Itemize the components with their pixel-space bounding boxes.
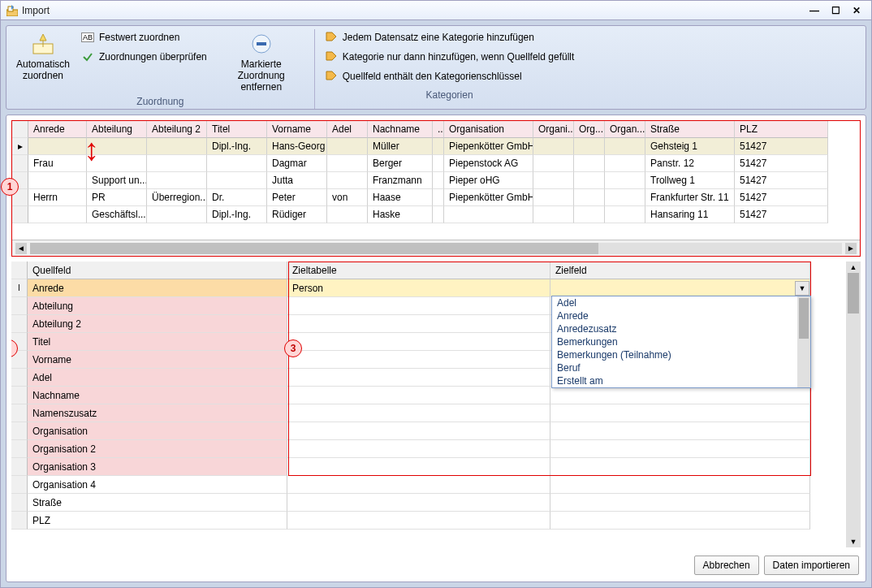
quellfeld-cell[interactable]: Abteilung — [28, 297, 287, 315]
cell[interactable] — [433, 155, 444, 172]
cell[interactable]: Hansaring 11 — [645, 206, 735, 223]
remove-assignment-button[interactable]: Markierte Zuordnung entfernen — [217, 29, 306, 94]
cell[interactable]: Dipl.-Ing. — [207, 138, 267, 155]
zielfeld-dropdown[interactable]: AdelAnredeAnredezusatzBemerkungenBemerku… — [551, 296, 811, 388]
cell[interactable]: Frau — [28, 155, 87, 172]
zieltabelle-cell[interactable] — [287, 351, 550, 369]
quellfeld-cell[interactable]: Namenszusatz — [28, 404, 287, 422]
quellfeld-cell[interactable]: Abteilung 2 — [28, 315, 287, 333]
cell[interactable] — [605, 206, 645, 223]
zielfeld-cell[interactable] — [550, 279, 810, 297]
cell[interactable] — [433, 172, 444, 189]
zielfeld-cell[interactable] — [550, 440, 810, 458]
cell[interactable] — [574, 206, 605, 223]
zieltabelle-cell[interactable] — [287, 494, 550, 512]
preview-row[interactable]: Support un...JuttaFranzmannPieper oHGTro… — [12, 172, 860, 189]
quellfeld-cell[interactable]: Organisation 3 — [28, 458, 287, 476]
col-zielfeld[interactable]: Zielfeld — [550, 262, 810, 279]
auto-assign-button[interactable]: Automatisch zuordnen — [15, 29, 71, 83]
zieltabelle-cell[interactable] — [287, 315, 550, 333]
cell[interactable]: Pieper oHG — [444, 172, 533, 189]
mapping-row[interactable]: Nachname — [11, 387, 846, 404]
kat-every-button[interactable]: Jedem Datensatz eine Kategorie hinzufüge… — [323, 29, 576, 45]
col-titel[interactable]: Titel — [207, 121, 267, 138]
cell[interactable] — [574, 138, 605, 155]
cell[interactable]: 51427 — [735, 172, 828, 189]
cell[interactable]: Piepenkötter GmbH — [444, 138, 533, 155]
dropdown-item[interactable]: Adel — [552, 296, 797, 309]
cell[interactable] — [574, 172, 605, 189]
quellfeld-cell[interactable]: Vorname — [28, 351, 287, 369]
zielfeld-cell[interactable] — [550, 404, 810, 422]
mapping-row[interactable]: Organisation — [11, 422, 846, 440]
cell[interactable]: Piepenstock AG — [444, 155, 533, 172]
dropdown-item[interactable]: Bemerkungen — [552, 335, 797, 348]
quellfeld-cell[interactable]: Anrede — [28, 279, 287, 297]
cell[interactable]: Überregion... — [147, 189, 207, 206]
cell[interactable] — [574, 155, 605, 172]
import-button[interactable]: Daten importieren — [764, 556, 859, 575]
cell[interactable] — [207, 155, 267, 172]
col-abteilung2[interactable]: Abteilung 2 — [147, 121, 207, 138]
cell[interactable] — [533, 155, 574, 172]
cell[interactable] — [327, 172, 368, 189]
preview-row[interactable]: FrauDagmarBergerPiepenstock AGPanstr. 12… — [12, 155, 860, 172]
col-dots[interactable]: ... — [433, 121, 444, 138]
quellfeld-cell[interactable]: PLZ — [28, 512, 287, 530]
cell[interactable] — [87, 138, 147, 155]
quellfeld-cell[interactable]: Adel — [28, 369, 287, 387]
mapping-row[interactable]: Organisation 2 — [11, 440, 846, 458]
quellfeld-cell[interactable]: Straße — [28, 494, 287, 512]
cell[interactable] — [533, 189, 574, 206]
check-assignments-button[interactable]: Zuordnungen überprüfen — [80, 49, 209, 65]
col-org2[interactable]: Organi... — [533, 121, 574, 138]
cell[interactable]: Panstr. 12 — [645, 155, 735, 172]
zielfeld-cell[interactable] — [550, 476, 810, 494]
preview-row[interactable]: Geschäftsl...Dipl.-Ing.RüdigerHaskeHansa… — [12, 206, 860, 223]
cell[interactable] — [433, 189, 444, 206]
zieltabelle-cell[interactable] — [287, 297, 550, 315]
cell[interactable]: Geschäftsl... — [87, 206, 147, 223]
col-quellfeld[interactable]: Quellfeld — [28, 262, 287, 279]
col-nachname[interactable]: Nachname — [368, 121, 433, 138]
cell[interactable] — [433, 138, 444, 155]
cell[interactable] — [207, 172, 267, 189]
preview-row[interactable]: ▸Dipl.-Ing.Hans-GeorgMüllerPiepenkötter … — [12, 138, 860, 155]
mapping-row[interactable]: IAnredePerson — [11, 279, 846, 297]
cell[interactable]: Dagmar — [267, 155, 327, 172]
cell[interactable]: Support un... — [87, 172, 147, 189]
cell[interactable]: Herrn — [28, 189, 87, 206]
mapping-grid[interactable]: 2 3 Quellfeld Zieltabelle Zielfeld IAnre… — [11, 262, 846, 547]
col-adel[interactable]: Adel — [327, 121, 368, 138]
cell[interactable] — [28, 206, 87, 223]
cell[interactable] — [605, 172, 645, 189]
cell[interactable] — [605, 189, 645, 206]
cell[interactable] — [574, 189, 605, 206]
dropdown-item[interactable]: Anredezusatz — [552, 322, 797, 335]
cell[interactable] — [28, 138, 87, 155]
col-zieltabelle[interactable]: Zieltabelle — [287, 262, 550, 279]
mapping-row[interactable]: PLZ — [11, 512, 846, 530]
cell[interactable]: Hans-Georg — [267, 138, 327, 155]
zielfeld-cell[interactable] — [550, 458, 810, 476]
col-strasse[interactable]: Straße — [645, 121, 735, 138]
col-org4[interactable]: Organ... — [605, 121, 645, 138]
col-abteilung[interactable]: Abteilung — [87, 121, 147, 138]
preview-row[interactable]: HerrnPRÜberregion...Dr.PetervonHaasePiep… — [12, 189, 860, 206]
cell[interactable]: Haske — [368, 206, 433, 223]
zieltabelle-cell[interactable] — [287, 422, 550, 440]
cell[interactable] — [147, 155, 207, 172]
cell[interactable] — [533, 206, 574, 223]
zielfeld-cell[interactable] — [550, 387, 810, 404]
cell[interactable] — [533, 172, 574, 189]
zielfeld-dropdown-button[interactable]: ▼ — [795, 281, 809, 296]
preview-hscrollbar[interactable]: ◄ ► — [12, 240, 860, 256]
cell[interactable]: Rüdiger — [267, 206, 327, 223]
dropdown-item[interactable]: Anrede — [552, 309, 797, 322]
cell[interactable]: Trollweg 1 — [645, 172, 735, 189]
mapping-vscrollbar[interactable]: ▲ ▼ — [846, 262, 861, 547]
zielfeld-cell[interactable] — [550, 494, 810, 512]
quellfeld-cell[interactable]: Organisation 4 — [28, 476, 287, 494]
cell[interactable]: Dipl.-Ing. — [207, 206, 267, 223]
minimize-button[interactable]: — — [805, 3, 824, 18]
